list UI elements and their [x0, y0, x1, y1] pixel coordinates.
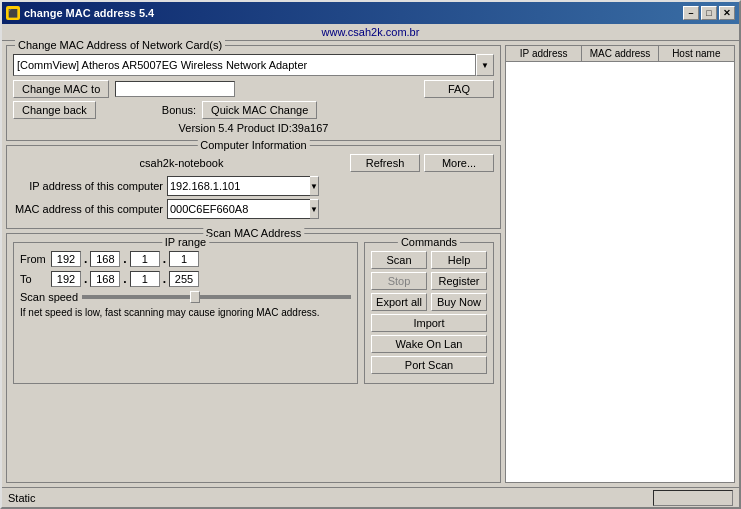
- scan-group-title: Scan MAC Address: [203, 227, 304, 239]
- slider-thumb[interactable]: [190, 291, 200, 303]
- mac-change-back-section: Change back Bonus: Quick MAC Change: [13, 101, 494, 119]
- stop-register-row: Stop Register: [371, 272, 487, 290]
- mac-value-field[interactable]: [167, 199, 310, 219]
- to-seg1[interactable]: [51, 271, 81, 287]
- scan-inner: IP range From . . . To: [13, 242, 494, 384]
- refresh-button[interactable]: Refresh: [350, 154, 420, 172]
- version-row: Version 5.4 Product ID:39a167: [13, 122, 494, 134]
- right-panel-header: IP address MAC address Host name: [506, 46, 734, 62]
- from-seg4[interactable]: [169, 251, 199, 267]
- bonus-label: Bonus:: [162, 104, 196, 116]
- warning-text: If net speed is low, fast scanning may c…: [20, 307, 351, 318]
- close-button[interactable]: ✕: [719, 6, 735, 20]
- title-bar-left: ⬛ change MAC address 5.4: [6, 6, 154, 20]
- maximize-button[interactable]: □: [701, 6, 717, 20]
- adapter-dropdown[interactable]: ▼: [13, 54, 494, 76]
- buy-now-button[interactable]: Buy Now: [431, 293, 487, 311]
- scan-button[interactable]: Scan: [371, 251, 427, 269]
- mac-select[interactable]: ▼: [167, 199, 287, 219]
- main-content: Change MAC Address of Network Card(s) ▼ …: [2, 41, 739, 487]
- to-label: To: [20, 273, 48, 285]
- mac-group-title: Change MAC Address of Network Card(s): [15, 39, 225, 51]
- export-buy-row: Export all Buy Now: [371, 293, 487, 311]
- mac-change-section: Change MAC to FAQ: [13, 80, 494, 98]
- ip-dropdown-arrow[interactable]: ▼: [310, 176, 319, 196]
- mac-address-label: MAC address of this computer: [13, 203, 163, 215]
- commands-title: Commands: [398, 236, 460, 248]
- mac-address-row: MAC address of this computer ▼: [13, 199, 494, 219]
- mac-group: Change MAC Address of Network Card(s) ▼ …: [6, 45, 501, 141]
- quick-mac-button[interactable]: Quick MAC Change: [202, 101, 317, 119]
- main-window: ⬛ change MAC address 5.4 – □ ✕ www.csah2…: [0, 0, 741, 509]
- to-seg2[interactable]: [90, 271, 120, 287]
- more-button[interactable]: More...: [424, 154, 494, 172]
- title-bar-controls: – □ ✕: [683, 6, 735, 20]
- adapter-input[interactable]: [13, 54, 476, 76]
- scan-group: Scan MAC Address IP range From . . .: [6, 233, 501, 483]
- port-scan-button[interactable]: Port Scan: [371, 356, 487, 374]
- ip-range-box: IP range From . . . To: [13, 242, 358, 384]
- left-panel: Change MAC Address of Network Card(s) ▼ …: [6, 45, 501, 483]
- ip-value-field[interactable]: [167, 176, 310, 196]
- to-seg4[interactable]: [169, 271, 199, 287]
- computer-info-title: Computer Information: [197, 139, 309, 151]
- from-seg1[interactable]: [51, 251, 81, 267]
- from-row: From . . .: [20, 251, 351, 267]
- register-button[interactable]: Register: [431, 272, 487, 290]
- from-label: From: [20, 253, 48, 265]
- scan-speed-label: Scan speed: [20, 291, 78, 303]
- status-field: [653, 490, 733, 506]
- status-bar: Static: [2, 487, 739, 507]
- from-seg3[interactable]: [130, 251, 160, 267]
- faq-button[interactable]: FAQ: [424, 80, 494, 98]
- stop-button[interactable]: Stop: [371, 272, 427, 290]
- title-bar: ⬛ change MAC address 5.4 – □ ✕: [2, 2, 739, 24]
- computer-name: csah2k-notebook: [13, 157, 350, 169]
- from-seg2[interactable]: [90, 251, 120, 267]
- minimize-button[interactable]: –: [683, 6, 699, 20]
- website-link: www.csah2k.com.br: [322, 26, 420, 38]
- info-buttons: Refresh More...: [350, 154, 494, 172]
- export-all-button[interactable]: Export all: [371, 293, 427, 311]
- computer-info-group: Computer Information csah2k-notebook Ref…: [6, 145, 501, 229]
- ip-row: IP address of this computer ▼: [13, 176, 494, 196]
- col-ip: IP address: [506, 46, 582, 61]
- col-host: Host name: [659, 46, 734, 61]
- adapter-arrow[interactable]: ▼: [476, 54, 494, 76]
- version-label: Version 5.4 Product ID:39a167: [179, 122, 329, 134]
- static-label: Static: [8, 492, 36, 504]
- to-row: To . . .: [20, 271, 351, 287]
- ip-address-label: IP address of this computer: [13, 180, 163, 192]
- scan-speed-slider[interactable]: [82, 295, 351, 299]
- computer-name-row: csah2k-notebook Refresh More...: [13, 154, 494, 172]
- import-button[interactable]: Import: [371, 314, 487, 332]
- change-back-button[interactable]: Change back: [13, 101, 96, 119]
- commands-box: Commands Scan Help Stop Register Export …: [364, 242, 494, 384]
- ip-range-title: IP range: [162, 236, 209, 248]
- speed-row: Scan speed: [20, 291, 351, 303]
- col-mac: MAC address: [582, 46, 658, 61]
- ip-select[interactable]: ▼: [167, 176, 287, 196]
- scan-help-row: Scan Help: [371, 251, 487, 269]
- app-icon: ⬛: [6, 6, 20, 20]
- help-button[interactable]: Help: [431, 251, 487, 269]
- mac-dropdown-arrow[interactable]: ▼: [310, 199, 319, 219]
- window-title: change MAC address 5.4: [24, 7, 154, 19]
- mac-input-field[interactable]: [115, 81, 235, 97]
- to-seg3[interactable]: [130, 271, 160, 287]
- right-panel: IP address MAC address Host name: [505, 45, 735, 483]
- wake-on-lan-button[interactable]: Wake On Lan: [371, 335, 487, 353]
- adapter-row: ▼: [13, 54, 494, 76]
- change-mac-button[interactable]: Change MAC to: [13, 80, 109, 98]
